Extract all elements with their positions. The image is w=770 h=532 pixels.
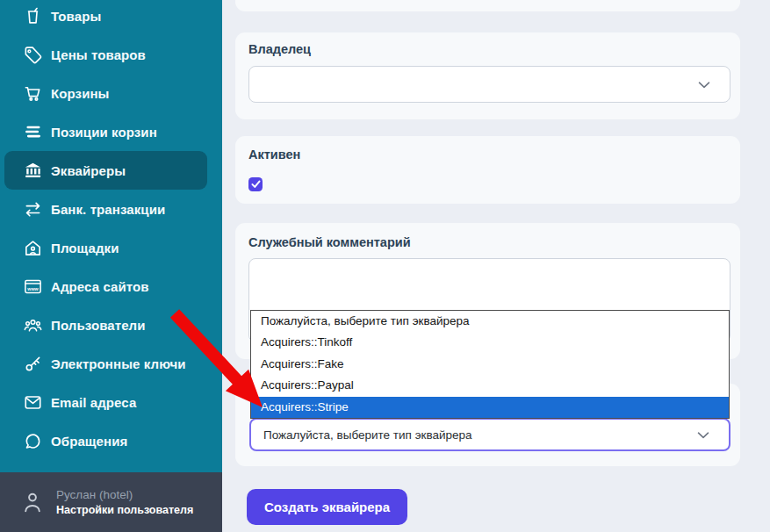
www-icon: www	[22, 276, 43, 297]
sidebar-item-label: Позиции корзин	[51, 125, 157, 140]
sidebar-item-cart-positions[interactable]: Позиции корзин	[4, 112, 207, 151]
key-icon	[22, 353, 43, 374]
sidebar-item-label: Пользователи	[51, 318, 146, 333]
sidebar-item-bank-transactions[interactable]: Банк. транзакции	[4, 190, 207, 228]
sidebar-item-label: Email адреса	[51, 395, 136, 410]
user-panel[interactable]: Руслан (hotel) Настройки пользователя	[0, 472, 222, 532]
sidebar-item-label: Банк. транзакции	[51, 202, 165, 217]
sidebar-item-label: Адреса сайтов	[51, 279, 149, 294]
home-icon	[22, 237, 43, 258]
active-label: Активен	[248, 147, 300, 162]
dropdown-option-fake[interactable]: Acquirers::Fake	[251, 354, 729, 375]
user-name: Руслан (hotel)	[56, 488, 193, 501]
active-checkbox[interactable]	[248, 177, 263, 191]
dropdown-option-placeholder[interactable]: Пожалуйста, выберите тип эквайрера	[251, 311, 729, 332]
dropdown-option-tinkoff[interactable]: Acquirers::Tinkoff	[251, 332, 729, 353]
acquirer-type-select[interactable]: Пожалуйста, выберите тип эквайрера	[249, 418, 730, 451]
sidebar-item-label: Электронные ключи	[51, 356, 186, 371]
sidebar-item-products[interactable]: Товары	[4, 0, 207, 35]
active-field-card: Активен	[235, 136, 740, 204]
sidebar-item-label: Обращения	[51, 434, 127, 449]
acquirer-type-value: Пожалуйста, выберите тип эквайрера	[251, 428, 472, 442]
transfer-icon	[22, 198, 43, 219]
sidebar-item-label: Эквайреры	[51, 163, 126, 178]
acquirer-type-dropdown: Пожалуйста, выберите тип эквайрера Acqui…	[250, 310, 730, 419]
bank-icon	[22, 160, 43, 181]
sidebar-item-acquirers[interactable]: Эквайреры	[4, 151, 207, 190]
sidebar-item-label: Цены товаров	[51, 47, 146, 62]
sidebar-item-carts[interactable]: Корзины	[4, 74, 207, 112]
chevron-down-icon	[698, 76, 710, 92]
sidebar-item-users[interactable]: Пользователи	[4, 306, 207, 344]
sidebar-item-email-addresses[interactable]: Email адреса	[4, 383, 207, 421]
users-icon	[22, 314, 43, 335]
chevron-down-icon	[697, 427, 709, 442]
cup-icon	[22, 5, 43, 26]
tag-icon	[22, 44, 43, 65]
chat-icon	[22, 430, 43, 451]
mail-icon	[22, 392, 43, 413]
sidebar-item-label: Корзины	[51, 86, 110, 101]
svg-text:www: www	[26, 285, 39, 291]
main-content: Владелец Активен Служебный комментарий П…	[222, 0, 770, 532]
person-icon	[21, 489, 44, 515]
owner-field-card: Владелец	[235, 32, 740, 119]
sidebar-nav: Товары Цены товаров Корзины Позиции корз…	[0, 0, 222, 460]
sidebar: Товары Цены товаров Корзины Позиции корз…	[0, 0, 222, 532]
sidebar-item-electronic-keys[interactable]: Электронные ключи	[4, 344, 207, 383]
sidebar-item-label: Площадки	[51, 241, 119, 255]
list-icon	[22, 121, 43, 142]
dropdown-option-stripe[interactable]: Acquirers::Stripe	[251, 397, 729, 418]
sidebar-item-prices[interactable]: Цены товаров	[4, 35, 207, 74]
user-settings-link[interactable]: Настройки пользователя	[56, 504, 193, 516]
dropdown-option-paypal[interactable]: Acquirers::Paypal	[251, 375, 729, 396]
partial-card-above	[235, 0, 740, 11]
owner-label: Владелец	[248, 42, 311, 56]
comment-label: Служебный комментарий	[248, 235, 411, 249]
create-acquirer-button[interactable]: Создать эквайрера	[247, 489, 407, 525]
cart-icon	[22, 83, 43, 104]
owner-select[interactable]	[248, 66, 730, 103]
sidebar-item-site-addresses[interactable]: www Адреса сайтов	[4, 267, 207, 306]
sidebar-item-platforms[interactable]: Площадки	[4, 228, 207, 267]
sidebar-item-appeals[interactable]: Обращения	[4, 421, 207, 460]
check-icon	[251, 180, 261, 189]
sidebar-item-label: Товары	[51, 9, 101, 24]
